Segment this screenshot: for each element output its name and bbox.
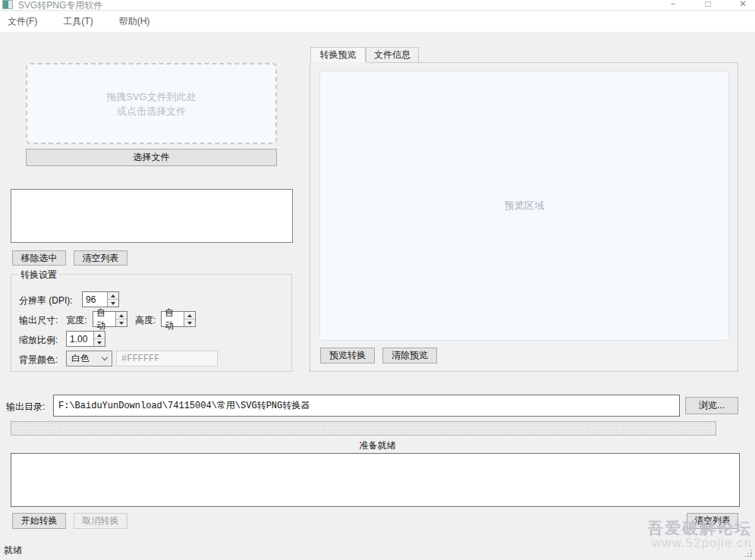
minimize-icon[interactable]: − (667, 0, 679, 9)
menu-bar: 文件(F) 工具(T) 帮助(H) (0, 11, 755, 32)
dpi-value: 96 (83, 292, 107, 307)
clear-list-button-bottom[interactable]: 清空列表 (687, 513, 738, 529)
dpi-spinner-arrows[interactable] (107, 292, 118, 307)
chevron-down-icon (102, 354, 108, 360)
progress-bar (11, 421, 716, 436)
menu-tools[interactable]: 工具(T) (57, 12, 99, 31)
preview-convert-button[interactable]: 预览转换 (320, 348, 375, 363)
clear-file-list-button[interactable]: 清空列表 (74, 250, 127, 266)
log-area[interactable] (11, 453, 740, 507)
spin-down-icon[interactable] (94, 338, 105, 346)
width-value: 自动 (93, 312, 115, 326)
svg-dropzone[interactable]: 拖拽SVG文件到此处 或点击选择文件 (26, 63, 277, 144)
width-label: 宽度: (66, 314, 87, 327)
spin-up-icon[interactable] (108, 292, 118, 299)
tab-file-info[interactable]: 文件信息 (366, 47, 419, 63)
status-label: 准备就绪 (0, 439, 755, 452)
resize-grip-icon[interactable] (744, 549, 753, 558)
height-spinner-arrows[interactable] (184, 312, 195, 326)
watermark-line2: www.52pojie.cn (647, 536, 752, 551)
maximize-icon[interactable]: □ (702, 0, 714, 9)
title-bar: SVG转PNG专用软件 − □ ✕ (0, 0, 755, 11)
settings-group-title: 转换设置 (17, 269, 60, 282)
preview-area: 预览区域 (319, 71, 729, 341)
dpi-spinner[interactable]: 96 (82, 291, 119, 307)
file-list[interactable] (11, 189, 293, 243)
app-icon (2, 0, 13, 9)
height-label: 高度: (135, 314, 156, 327)
output-dir-input[interactable] (53, 395, 680, 417)
window-controls: − □ ✕ (667, 0, 749, 9)
output-dir-label: 输出目录: (6, 401, 45, 414)
remove-selected-button[interactable]: 移除选中 (12, 250, 66, 266)
spin-up-icon[interactable] (184, 312, 195, 319)
start-convert-button[interactable]: 开始转换 (12, 513, 66, 529)
preview-tab-panel: 预览区域 预览转换 清除预览 (310, 62, 738, 372)
height-value: 自动 (162, 312, 184, 326)
app-window: SVG转PNG专用软件 − □ ✕ 文件(F) 工具(T) 帮助(H) 拖拽SV… (0, 0, 755, 560)
scale-spinner-arrows[interactable] (93, 332, 105, 346)
menu-help[interactable]: 帮助(H) (113, 12, 156, 31)
statusbar-text: 就绪 (4, 544, 22, 557)
background-color-value: 白色 (71, 352, 90, 365)
dpi-label: 分辨率 (DPI): (19, 294, 73, 307)
height-spinner[interactable]: 自动 (161, 311, 196, 327)
width-spinner[interactable]: 自动 (93, 311, 127, 327)
scale-value: 1.00 (67, 332, 93, 346)
select-file-button[interactable]: 选择文件 (26, 149, 277, 166)
menu-file[interactable]: 文件(F) (2, 12, 43, 31)
spin-down-icon[interactable] (108, 299, 118, 307)
close-icon[interactable]: ✕ (737, 0, 749, 9)
dropzone-text-line2: 或点击选择文件 (117, 104, 186, 118)
spin-up-icon[interactable] (94, 332, 105, 338)
scale-spinner[interactable]: 1.00 (66, 331, 105, 347)
conversion-settings-group: 转换设置 分辨率 (DPI): 96 输出尺寸: 宽度: 自动 高度: 自动 (11, 274, 292, 372)
scale-label: 缩放比例: (19, 334, 58, 347)
spin-up-icon[interactable] (116, 312, 127, 319)
background-color-select[interactable]: 白色 (66, 351, 112, 367)
background-color-label: 背景颜色: (19, 354, 58, 367)
tab-conversion-preview[interactable]: 转换预览 (310, 47, 366, 63)
output-size-label: 输出尺寸: (19, 314, 58, 327)
cancel-convert-button: 取消转换 (74, 513, 127, 529)
spin-down-icon[interactable] (184, 319, 195, 326)
window-title: SVG转PNG专用软件 (18, 0, 102, 12)
clear-preview-button[interactable]: 清除预览 (382, 348, 437, 363)
dropzone-text-line1: 拖拽SVG文件到此处 (106, 90, 196, 104)
spin-down-icon[interactable] (116, 319, 127, 326)
background-hex-field[interactable]: #FFFFFF (116, 351, 218, 367)
browse-button[interactable]: 浏览... (685, 397, 738, 414)
width-spinner-arrows[interactable] (115, 312, 127, 326)
preview-placeholder-text: 预览区域 (505, 199, 544, 212)
